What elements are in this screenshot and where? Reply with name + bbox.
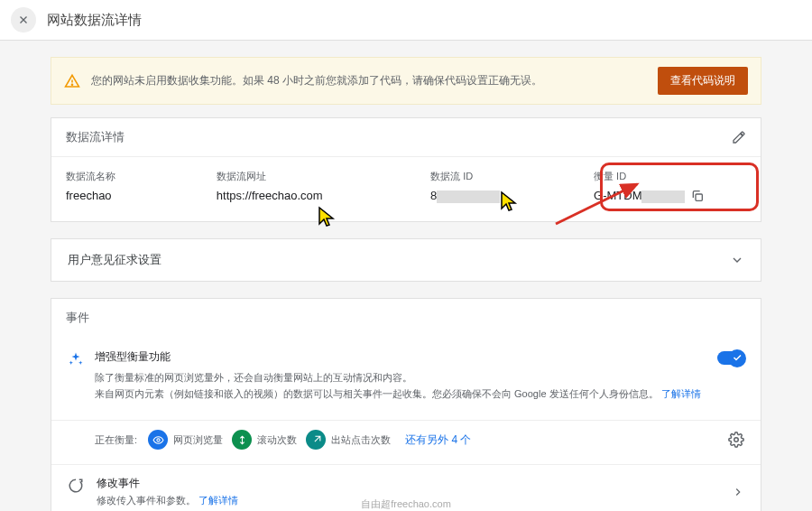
copy-icon [690, 189, 705, 203]
measurement-id-label: 衡量 ID [594, 170, 746, 183]
modify-events-learn-more[interactable]: 了解详情 [198, 495, 238, 506]
edit-button[interactable] [732, 130, 746, 144]
redacted-block: XXXX [641, 190, 685, 203]
check-icon [732, 352, 743, 363]
stream-id-value: 8XXXXXX [430, 189, 583, 203]
watermark-text: 自由超freechao.com [361, 497, 451, 511]
expand-button[interactable] [730, 253, 744, 267]
modify-events-icon [68, 478, 84, 494]
chevron-down-icon [730, 253, 744, 267]
pencil-icon [732, 130, 746, 144]
stream-name-label: 数据流名称 [66, 170, 206, 183]
content-container: 您的网站未启用数据收集功能。如果 48 小时之前您就添加了代码，请确保代码设置正… [0, 41, 812, 511]
gear-icon [728, 432, 744, 448]
feedback-settings-row[interactable]: 用户意见征求设置 [51, 239, 761, 281]
stream-details-grid: 数据流名称 freechao 数据流网址 https://freechao.co… [51, 157, 761, 221]
modify-events-title: 修改事件 [97, 476, 719, 491]
events-card-header: 事件 [51, 299, 761, 337]
events-card-title: 事件 [66, 310, 89, 326]
chevron-right-icon [732, 486, 744, 498]
view-code-instructions-button[interactable]: 查看代码说明 [658, 67, 748, 95]
stream-details-card: 数据流详情 数据流名称 freechao 数据流网址 https://freec… [51, 117, 761, 222]
scroll-icon [232, 430, 252, 450]
stream-url-label: 数据流网址 [217, 170, 420, 183]
topbar: 网站数据流详情 [0, 0, 812, 41]
svg-point-1 [71, 84, 72, 85]
svg-point-3 [156, 439, 159, 441]
measurement-settings-button[interactable] [728, 432, 744, 448]
svg-rect-2 [696, 194, 702, 200]
close-icon [17, 14, 30, 26]
stream-url-field: 数据流网址 https://freechao.com [217, 170, 420, 203]
stream-name-field: 数据流名称 freechao [66, 170, 206, 203]
pill-page-views: 网页浏览量 [148, 430, 223, 450]
eye-icon [148, 430, 168, 450]
warning-icon [64, 73, 80, 89]
sparkle-icon [68, 351, 84, 367]
enhanced-measurement-toggle[interactable] [717, 351, 744, 365]
redacted-block: XXXXXX [437, 190, 500, 203]
alert-text: 您的网站未启用数据收集功能。如果 48 小时之前您就添加了代码，请确保代码设置正… [91, 73, 647, 88]
stream-id-label: 数据流 ID [430, 170, 583, 183]
enhanced-measurement-title: 增强型衡量功能 [95, 349, 706, 365]
enhanced-learn-more-link[interactable]: 了解详情 [661, 388, 701, 399]
stream-details-title: 数据流详情 [66, 129, 125, 145]
feedback-settings-card: 用户意见征求设置 [51, 238, 761, 282]
events-card: 事件 增强型衡量功能 除了衡量标准的网页浏览量外，还会自动衡量网站上的互动情况和… [51, 298, 761, 511]
measuring-row: 正在衡量: 网页浏览量 滚动次数 出站点击次数 还有另外 4 个 [51, 420, 761, 464]
copy-measurement-id-button[interactable] [690, 189, 705, 203]
measurement-id-value: G-MTDMXXXX [594, 189, 685, 203]
enhanced-measurement-row: 增强型衡量功能 除了衡量标准的网页浏览量外，还会自动衡量网站上的互动情况和内容。… [51, 337, 761, 411]
stream-url-value: https://freechao.com [217, 189, 420, 202]
more-measurements-link[interactable]: 还有另外 4 个 [405, 432, 471, 448]
stream-details-header: 数据流详情 [51, 118, 761, 157]
measuring-label: 正在衡量: [95, 433, 137, 447]
pill-outbound-click: 出站点击次数 [306, 430, 391, 450]
stream-name-value: freechao [66, 189, 206, 202]
stream-id-field: 数据流 ID 8XXXXXX [430, 170, 583, 203]
close-button[interactable] [11, 7, 36, 33]
svg-point-4 [734, 438, 739, 442]
feedback-settings-title: 用户意见征求设置 [68, 252, 161, 268]
pill-scroll: 滚动次数 [232, 430, 297, 450]
warning-alert: 您的网站未启用数据收集功能。如果 48 小时之前您就添加了代码，请确保代码设置正… [51, 57, 761, 105]
enhanced-measurement-desc: 除了衡量标准的网页浏览量外，还会自动衡量网站上的互动情况和内容。 来自网页内元素… [95, 370, 706, 402]
measurement-id-field: 衡量 ID G-MTDMXXXX [594, 170, 746, 203]
page-title: 网站数据流详情 [47, 12, 142, 29]
outbound-click-icon [306, 430, 326, 450]
